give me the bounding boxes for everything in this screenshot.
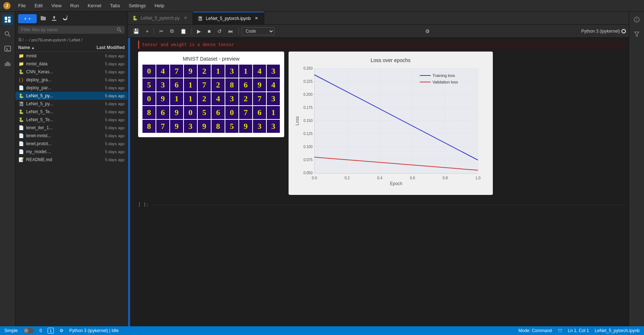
status-info-badge[interactable]: 1 — [48, 328, 53, 334]
list-item[interactable]: 📄 lenet-mnist... 5 days ago — [15, 132, 128, 140]
status-filename: LeNet_5_pytorch.ipynb — [595, 328, 640, 333]
right-icon-2[interactable] — [632, 29, 642, 39]
file-modified-text: 5 days ago — [96, 126, 125, 130]
stop-button[interactable]: ■ — [205, 27, 213, 35]
mnist-digit: 7 — [170, 65, 183, 78]
list-item[interactable]: 📄 my_model.... 5 days ago — [15, 148, 128, 156]
mnist-digit: 5 — [225, 120, 238, 133]
status-command-mode: Mode: Command — [518, 328, 552, 333]
menu-view[interactable]: View — [48, 2, 65, 9]
mnist-digit: 3 — [267, 65, 280, 78]
loss-chart: Loss over epochs — [289, 52, 493, 195]
svg-text:0.0: 0.0 — [312, 176, 317, 180]
menu-tabs[interactable]: Tabs — [106, 2, 124, 9]
upload-button[interactable] — [50, 14, 59, 24]
file-type-icon: 🐍 — [18, 69, 24, 75]
run-button[interactable]: ▶ — [195, 27, 203, 35]
mnist-digit: 4 — [253, 65, 266, 78]
paste-button[interactable]: 📋 — [178, 27, 189, 35]
refresh-button[interactable] — [61, 14, 69, 24]
mnist-digit: 1 — [184, 92, 197, 105]
mnist-digit: 9 — [184, 65, 197, 78]
tab-ipynb-close[interactable]: ✕ — [254, 16, 259, 21]
menu-kernel[interactable]: Kernel — [84, 2, 105, 9]
svg-text:0.150: 0.150 — [303, 119, 313, 123]
list-item[interactable]: 🐍 LeNet_5_py... 5 days ago — [15, 92, 128, 100]
mnist-digit: 3 — [156, 78, 169, 91]
file-type-icon: 📄 — [18, 149, 24, 155]
upload-folder-button[interactable] — [39, 14, 48, 24]
kernel-selector[interactable]: Python 3 (ipykernel) — [581, 29, 626, 34]
tab-ipynb[interactable]: 📓 LeNet_5_pytorch.ipynb ✕ — [193, 12, 264, 24]
mnist-digit: 3 — [184, 120, 197, 133]
activity-search[interactable] — [3, 29, 13, 39]
svg-text:0.100: 0.100 — [303, 145, 313, 149]
list-item[interactable]: 📄 deploy_par... 5 days ago — [15, 84, 128, 92]
tab-py-close[interactable]: ✕ — [182, 15, 188, 21]
svg-text:Validation loss: Validation loss — [432, 80, 458, 84]
list-item[interactable]: 📄 lenet.protot... 5 days ago — [15, 140, 128, 148]
new-button[interactable]: + + — [18, 14, 37, 23]
column-modified[interactable]: Last Modified — [88, 45, 125, 50]
menu-edit[interactable]: Edit — [31, 2, 46, 9]
notebook-area[interactable]: tensor and weight is a dense tensor MNIS… — [128, 38, 629, 326]
list-item[interactable]: 🐍 LeNet_5_Te... 5 days ago — [15, 116, 128, 124]
tab-py[interactable]: 🐍 LeNet_5_pytorch.py ✕ — [128, 12, 193, 24]
list-item[interactable]: 📓 LeNet_5_py... 5 days ago — [15, 100, 128, 108]
mnist-digit: 6 — [156, 106, 169, 119]
list-item[interactable]: 📁 mnist_data 5 days ago — [15, 60, 128, 68]
status-bar: Simple 0 1 ⚙ Python 3 (ipykernel) | Idle… — [0, 326, 644, 335]
activity-terminal[interactable] — [3, 44, 13, 54]
status-settings-icon[interactable]: ⚙ — [60, 328, 64, 333]
cell-label-row: [ ]: — [138, 202, 626, 207]
activity-extensions[interactable] — [3, 58, 13, 68]
cell-divider — [152, 205, 626, 205]
file-type-icon: 📓 — [18, 101, 24, 107]
add-cell-button[interactable]: + — [144, 27, 151, 35]
output-text: tensor and weight is a dense tensor — [138, 41, 626, 49]
mnist-digit: 6 — [253, 106, 266, 119]
mnist-digit: 1 — [170, 92, 183, 105]
svg-point-11 — [117, 28, 120, 31]
svg-text:1.0: 1.0 — [475, 176, 480, 180]
mnist-digit: 9 — [170, 106, 183, 119]
copy-button[interactable]: ⧉ — [168, 27, 176, 35]
search-input[interactable] — [21, 27, 115, 32]
file-name-text: LeNet_5_Te... — [26, 117, 93, 122]
column-name[interactable]: Name ▲ — [18, 45, 88, 50]
menu-settings[interactable]: Settings — [125, 2, 149, 9]
ipynb-tab-icon: 📓 — [197, 16, 203, 21]
list-item[interactable]: 🐍 LeNet_5_Te... 5 days ago — [15, 108, 128, 116]
editor-toolbar: 💾 + ✂ ⧉ 📋 ▶ ■ ↺ ⏭ Code Markdown Raw ⚙ Py… — [128, 25, 629, 38]
mnist-digit: 9 — [239, 120, 252, 133]
save-button[interactable]: 💾 — [131, 27, 141, 35]
svg-point-6 — [5, 32, 9, 35]
menu-file[interactable]: File — [15, 2, 29, 9]
menu-help[interactable]: Help — [151, 2, 168, 9]
activity-files[interactable] — [3, 15, 13, 25]
status-toggle[interactable] — [24, 328, 34, 333]
svg-text:0.4: 0.4 — [377, 176, 382, 180]
cell-type-select[interactable]: Code Markdown Raw — [242, 27, 274, 35]
cut-button[interactable]: ✂ — [157, 27, 166, 35]
mnist-digit: 8 — [142, 120, 156, 133]
list-item[interactable]: 📄 lenet_iter_1... 5 days ago — [15, 124, 128, 132]
list-item[interactable]: 📝 README.md 5 days ago — [15, 156, 128, 164]
kernel-status-icon — [621, 29, 626, 33]
file-list: 📁 mnist 5 days ago 📁 mnist_data 5 days a… — [15, 52, 128, 326]
mnist-digit: 5 — [198, 106, 211, 119]
svg-text:0.200: 0.200 — [303, 93, 313, 97]
list-item[interactable]: 📁 mnist 5 days ago — [15, 52, 128, 60]
list-item[interactable]: 🐍 CNN_Keras... 5 days ago — [15, 68, 128, 76]
menu-run[interactable]: Run — [67, 2, 82, 9]
mnist-digit: 3 — [225, 92, 238, 105]
svg-rect-5 — [5, 21, 7, 23]
right-icon-1[interactable] — [632, 15, 642, 25]
restart-button[interactable]: ↺ — [215, 27, 224, 35]
skip-button[interactable]: ⏭ — [226, 27, 236, 35]
mnist-digit: 7 — [198, 78, 211, 91]
kernel-settings-button[interactable]: ⚙ — [423, 27, 432, 35]
svg-text:0.250: 0.250 — [303, 66, 313, 70]
file-name-text: LeNet_5_py... — [26, 101, 93, 106]
list-item[interactable]: { } deploy_gra... 5 days ago — [15, 76, 128, 84]
